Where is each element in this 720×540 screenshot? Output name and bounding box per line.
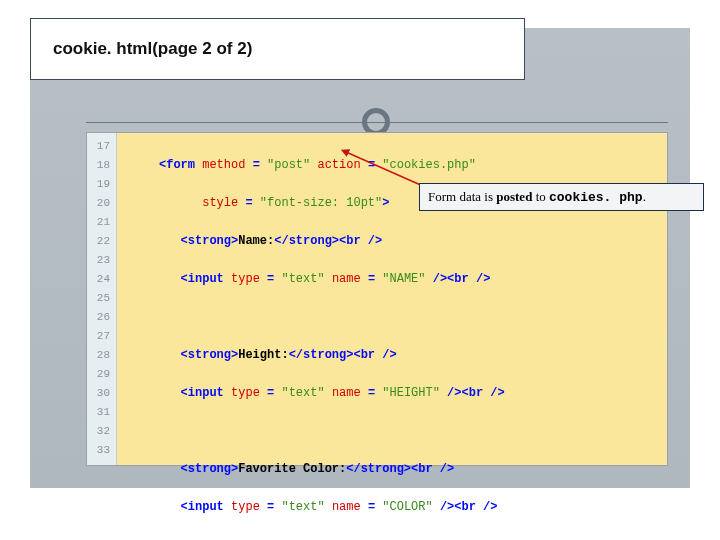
line-number: 25 [87,289,116,308]
line-number: 29 [87,365,116,384]
line-number: 32 [87,422,116,441]
line-number: 17 [87,137,116,156]
callout-text: Form data is [428,189,496,204]
line-number: 22 [87,232,116,251]
code-line: <strong>Height:</strong><br /> [123,346,667,365]
line-number: 23 [87,251,116,270]
line-number: 24 [87,270,116,289]
line-number: 19 [87,175,116,194]
code-line [123,422,667,441]
callout-code: cookies. php [549,190,643,205]
code-line: <input type = "text" name = "HEIGHT" /><… [123,384,667,403]
line-number: 33 [87,441,116,460]
line-number: 27 [87,327,116,346]
callout-text: to [532,189,549,204]
slide-background: cookie. html(page 2 of 2) 17 18 19 20 21… [30,28,690,488]
line-number: 18 [87,156,116,175]
code-line [123,308,667,327]
callout-box: Form data is posted to cookies. php. [419,183,704,211]
code-line: <input type = "text" name = "NAME" /><br… [123,270,667,289]
callout-text: . [643,189,646,204]
line-number: 21 [87,213,116,232]
line-number: 26 [87,308,116,327]
title-card: cookie. html(page 2 of 2) [30,18,525,80]
line-number-gutter: 17 18 19 20 21 22 23 24 25 26 27 28 29 3… [87,133,117,465]
line-number: 31 [87,403,116,422]
callout-verb: posted [496,189,532,204]
slide-title: cookie. html(page 2 of 2) [53,39,502,59]
code-line: <input type = "text" name = "COLOR" /><b… [123,498,667,517]
line-number: 30 [87,384,116,403]
code-line: <strong>Favorite Color:</strong><br /> [123,460,667,479]
line-number: 20 [87,194,116,213]
code-line: <form method = "post" action = "cookies.… [123,156,667,175]
code-line [123,536,667,540]
line-number: 28 [87,346,116,365]
code-line: <strong>Name:</strong><br /> [123,232,667,251]
